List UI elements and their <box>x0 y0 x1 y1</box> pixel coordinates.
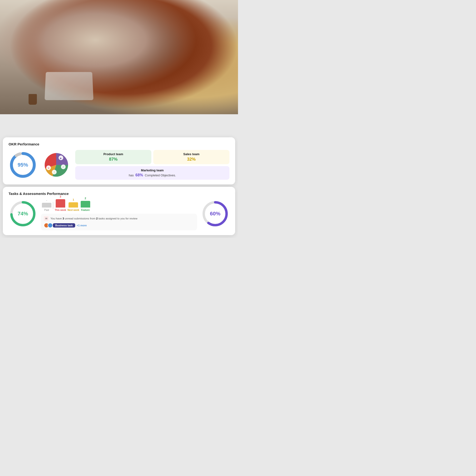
okr-title: OKR Performance <box>9 142 229 146</box>
nextweek-bar-group: 1 Next week <box>68 198 79 211</box>
feature-bar-num: 2 <box>85 197 86 200</box>
svg-text:!: ! <box>54 171 55 174</box>
okr-card: OKR Performance 95% <box>3 137 235 185</box>
nextweek-bar-label: Next week <box>68 209 79 211</box>
sales-team-card: Sales team 32% <box>153 150 229 164</box>
marketing-team-name: Marketing team <box>79 169 226 172</box>
dashboard-area: OKR Performance 95% <box>0 135 238 238</box>
okr-pie-chart: ▶ ✓ ! ✕ <box>42 151 70 179</box>
submissions-count-2: 2 <box>96 217 98 220</box>
sales-team-name: Sales team <box>157 152 226 156</box>
avatar-group <box>44 223 51 228</box>
submissions-text-row: ✉ You have 3 unread submissions from 2 t… <box>44 216 194 221</box>
tasks-title: Tasks & Assessments Performance <box>9 192 229 196</box>
nextweek-bar <box>68 202 78 207</box>
sales-team-percent: 32% <box>157 157 226 162</box>
svg-text:▶: ▶ <box>60 157 62 159</box>
hero-image <box>0 0 238 114</box>
svg-text:✕: ✕ <box>48 167 50 170</box>
tasks-main-percent: 74% <box>9 200 37 228</box>
svg-text:✓: ✓ <box>62 166 64 168</box>
past-bar-group: - Past <box>42 199 51 211</box>
task-tags-row: Business task +1 more <box>44 223 194 228</box>
thisweek-bar <box>56 199 65 207</box>
week-bars: - Past 3 This week 1 Nex <box>41 200 197 211</box>
okr-donut-chart: 95% <box>9 151 37 179</box>
nextweek-bar-num: 1 <box>73 198 74 201</box>
tasks-secondary-percent: 60% <box>201 200 229 228</box>
marketing-team-card: Marketing team has 68% Completed Objecti… <box>75 166 229 180</box>
mail-icon: ✉ <box>44 216 49 221</box>
tasks-card: Tasks & Assessments Performance 74% - <box>3 187 235 235</box>
past-bar-num: - <box>46 199 47 202</box>
more-tasks-link[interactable]: +1 more <box>77 224 87 227</box>
secondary-donut-chart: 60% <box>201 200 229 228</box>
task-middle-section: - Past 3 This week 1 Nex <box>41 200 197 230</box>
marketing-suffix: Completed Objectives. <box>145 173 176 177</box>
product-team-percent: 87% <box>79 157 148 162</box>
marketing-team-detail: has 68% Completed Objectives. <box>79 173 226 177</box>
feature-bar-label: Feature <box>81 209 90 211</box>
thisweek-bar-num: 3 <box>60 195 61 198</box>
okr-main-percent: 95% <box>9 151 37 179</box>
marketing-percent: 68% <box>136 173 143 177</box>
avatar-2 <box>48 223 53 228</box>
product-team-name: Product team <box>79 152 148 156</box>
team-stats-grid: Product team 87% Sales team 32% Marketin… <box>75 150 229 180</box>
past-bar-label: Past <box>44 209 49 211</box>
bar-divider <box>53 202 53 209</box>
product-team-card: Product team 87% <box>75 150 151 164</box>
thisweek-bar-group: 3 This week <box>55 195 66 211</box>
feature-bar-group: 2 Feature <box>81 197 90 211</box>
thisweek-bar-label: This week <box>55 209 66 211</box>
marketing-prefix: has <box>129 173 134 177</box>
business-task-tag[interactable]: Business task <box>53 223 75 227</box>
feature-bar <box>81 201 90 207</box>
tasks-donut-chart: 74% <box>9 200 37 228</box>
submissions-count-1: 3 <box>63 217 64 220</box>
submissions-box: ✉ You have 3 unread submissions from 2 t… <box>41 214 197 230</box>
past-bar <box>42 203 51 207</box>
submissions-text: You have 3 unread submissions from 2 tas… <box>51 217 137 220</box>
